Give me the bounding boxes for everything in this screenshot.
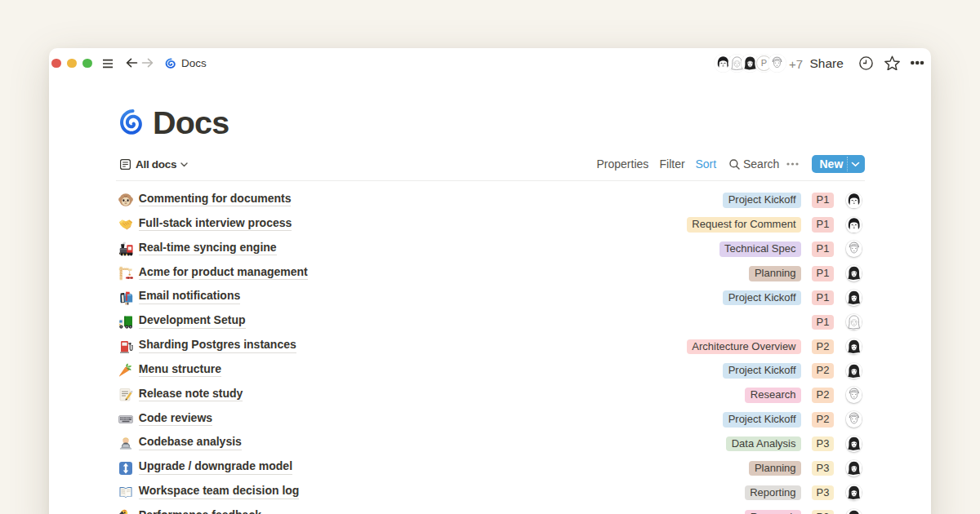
svg-text:P: P: [760, 58, 766, 68]
